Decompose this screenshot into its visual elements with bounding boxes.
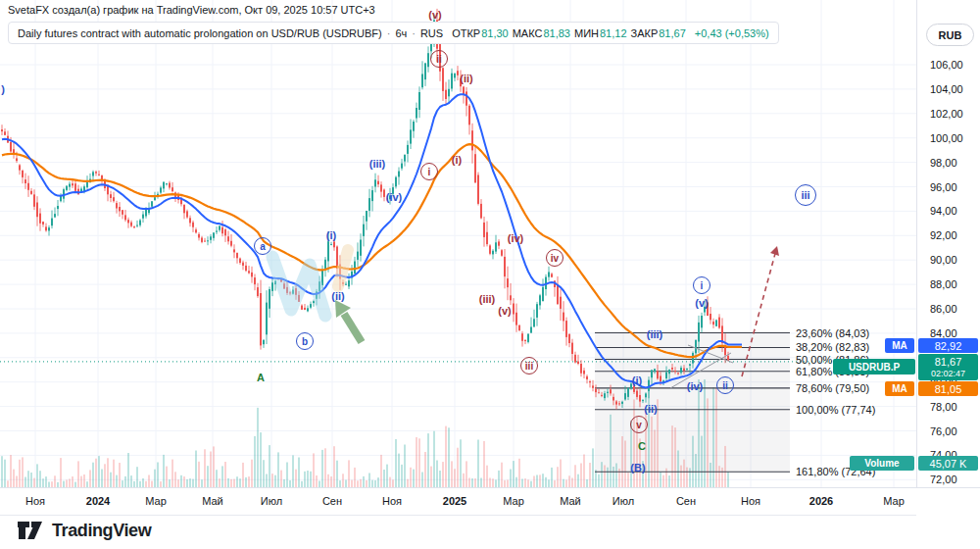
- ma-slow-tag: MA: [885, 381, 914, 396]
- fib-level-label[interactable]: 100,00% (77,74): [796, 404, 875, 416]
- time-tick: Ноя: [382, 495, 402, 507]
- wave-label[interactable]: b: [296, 332, 314, 350]
- interval-label[interactable]: 6ч: [395, 27, 407, 39]
- time-tick: Май: [202, 495, 223, 507]
- wave-label[interactable]: (i): [452, 154, 462, 166]
- ma-fast-tag: MA: [885, 338, 914, 353]
- time-tick: Ноя: [741, 495, 760, 507]
- change-value: +0,43 (+0,53%): [695, 27, 769, 39]
- time-tick: Ноя: [25, 495, 45, 507]
- bar-countdown: 02:02:47: [931, 368, 965, 379]
- time-tick: 2024: [86, 495, 110, 507]
- price-tick: 92,00: [930, 229, 957, 241]
- symbol-title[interactable]: Daily futures contract with automatic pr…: [18, 27, 382, 39]
- symbol-price-label: 81,6702:02:47: [918, 354, 978, 380]
- wave-label[interactable]: (v): [695, 297, 708, 309]
- ohlc-field-label: ОТКР: [452, 27, 480, 39]
- price-tick: 90,00: [930, 254, 957, 266]
- symbol-legend[interactable]: Daily futures contract with automatic pr…: [8, 22, 779, 44]
- price-tick: 88,00: [930, 278, 957, 290]
- tradingview-logo[interactable]: TradingView: [18, 520, 151, 541]
- wave-label[interactable]: (B): [630, 462, 645, 474]
- price-tick: 106,00: [930, 59, 963, 71]
- time-tick: Мар: [883, 495, 905, 507]
- wave-label[interactable]: (iv): [386, 191, 403, 203]
- volume-tag: Volume: [850, 456, 914, 471]
- wave-label[interactable]: (ii): [460, 73, 472, 84]
- wave-label[interactable]: (iii): [647, 328, 663, 340]
- wave-label[interactable]: (iii): [479, 293, 496, 305]
- price-tick: 104,00: [930, 83, 963, 95]
- symbol-price-tag: USDRUB.P: [833, 359, 915, 374]
- wave-label[interactable]: iii: [520, 357, 538, 374]
- ohlc-field-label: МИН: [574, 27, 599, 39]
- ohlc-field-label: МАКС: [513, 27, 543, 39]
- price-axis[interactable]: RUB 106,00104,00102,00100,0098,0096,0094…: [916, 0, 980, 515]
- tradingview-chart-page: { "palette":{"up":"#26a69a","down":"#ef5…: [0, 0, 980, 549]
- wave-label[interactable]: i: [420, 163, 438, 180]
- wave-label[interactable]: ): [1, 83, 5, 95]
- wave-label[interactable]: (i): [632, 374, 642, 386]
- wave-label[interactable]: C: [638, 440, 646, 452]
- price-tick: 78,00: [930, 401, 957, 413]
- time-tick: Сен: [322, 495, 342, 507]
- price-tick: 86,00: [930, 303, 957, 315]
- time-axis[interactable]: Ноя2024МарМайИюлСенНоя2025МарМайИюлСенНо…: [0, 487, 916, 516]
- chart-canvas[interactable]: [0, 0, 916, 487]
- chart-byline: SvetaFX создал(а) график на TradingView.…: [8, 4, 375, 16]
- wave-label[interactable]: A: [257, 372, 265, 383]
- time-tick: Сен: [676, 495, 696, 507]
- wave-label[interactable]: iii: [795, 184, 816, 206]
- price-tick: 98,00: [930, 157, 957, 169]
- ohlc-field-value: 81,83: [543, 27, 570, 39]
- price-tick: 96,00: [930, 181, 957, 193]
- volume-value-label: 45,07 K: [918, 456, 978, 471]
- symbol-last-price: 81,67: [935, 356, 962, 368]
- fib-level-label[interactable]: 78,60% (79,50): [796, 382, 869, 394]
- wave-label[interactable]: ii: [430, 50, 448, 68]
- ohlc-field-value: 81,12: [600, 27, 627, 39]
- wave-label[interactable]: (v): [428, 9, 441, 21]
- price-tick: 76,00: [930, 425, 957, 437]
- ohlc-field-value: 81,30: [481, 27, 509, 39]
- wave-label[interactable]: (ii): [644, 403, 657, 415]
- price-tick: 100,00: [930, 132, 963, 144]
- time-tick: Май: [560, 495, 581, 507]
- price-tick: 94,00: [930, 205, 957, 217]
- price-tick: 72,00: [930, 474, 957, 485]
- footer: TradingView: [0, 514, 980, 549]
- time-tick: Мар: [503, 495, 524, 507]
- legend-separator: ·: [412, 27, 416, 39]
- time-tick: 2026: [809, 495, 833, 507]
- time-tick: 2025: [443, 495, 466, 507]
- time-tick: Мар: [145, 495, 167, 507]
- ohlc-values: ОТКР81,30МАКС81,83МИН81,12ЗАКР81,67: [448, 27, 686, 39]
- wave-label[interactable]: (iii): [369, 158, 386, 170]
- fib-level-label[interactable]: 23,60% (84,03): [796, 327, 869, 339]
- ohlc-field-label: ЗАКР: [631, 27, 659, 39]
- wave-label[interactable]: a: [254, 237, 271, 255]
- time-axis-corner: [916, 487, 980, 515]
- price-tick: 102,00: [930, 108, 963, 120]
- wave-label[interactable]: (iv): [687, 380, 704, 392]
- exchange-label: RUS: [420, 27, 443, 39]
- tradingview-logo-text: TradingView: [52, 521, 151, 541]
- wave-label[interactable]: (iv): [508, 232, 524, 244]
- ohlc-field-value: 81,67: [659, 27, 686, 39]
- wave-label[interactable]: iv: [546, 249, 564, 267]
- fib-level-label[interactable]: 38,20% (82,83): [796, 341, 869, 353]
- ma-fast-price-label: 82,92: [918, 338, 978, 353]
- wave-label[interactable]: (i): [326, 229, 336, 241]
- ma-slow-price-label: 81,05: [918, 381, 978, 396]
- wave-label[interactable]: ii: [716, 376, 734, 394]
- time-tick: Июл: [612, 495, 634, 507]
- wave-label[interactable]: v: [630, 416, 648, 433]
- time-tick: Июл: [261, 495, 282, 507]
- wave-label[interactable]: (ii): [331, 290, 344, 302]
- wave-label[interactable]: (v): [498, 305, 511, 317]
- wave-label[interactable]: i: [693, 276, 710, 294]
- legend-separator: ·: [387, 27, 391, 39]
- currency-toggle-button[interactable]: RUB: [926, 24, 974, 46]
- tradingview-logo-icon: [18, 520, 44, 541]
